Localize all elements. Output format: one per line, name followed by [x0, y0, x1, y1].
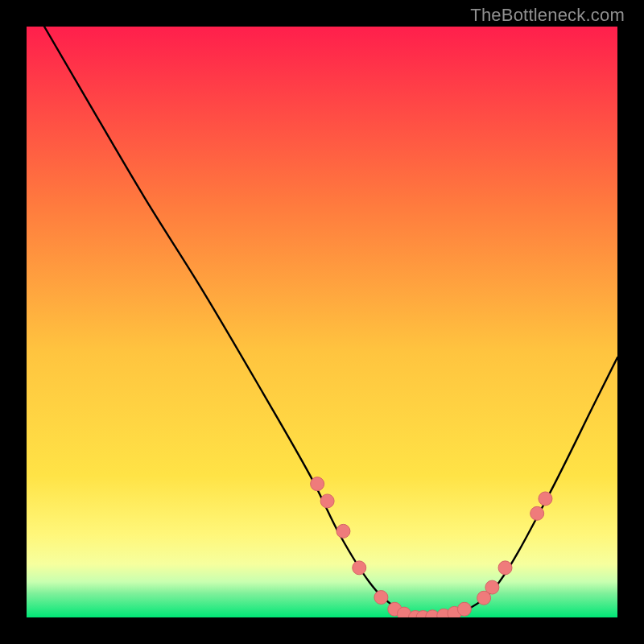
- data-marker: [320, 494, 334, 508]
- data-marker: [336, 524, 350, 538]
- data-marker: [311, 477, 324, 491]
- plot-svg: [27, 27, 617, 617]
- data-marker: [457, 602, 471, 616]
- plot-area: [27, 27, 617, 617]
- data-marker: [485, 580, 499, 594]
- chart-stage: TheBottleneck.com: [0, 0, 644, 644]
- watermark-text: TheBottleneck.com: [470, 5, 625, 26]
- data-marker: [374, 591, 388, 605]
- gradient-bg: [27, 27, 617, 617]
- data-marker: [539, 492, 552, 506]
- data-marker: [530, 506, 544, 520]
- data-marker: [353, 561, 366, 575]
- data-marker: [498, 561, 512, 575]
